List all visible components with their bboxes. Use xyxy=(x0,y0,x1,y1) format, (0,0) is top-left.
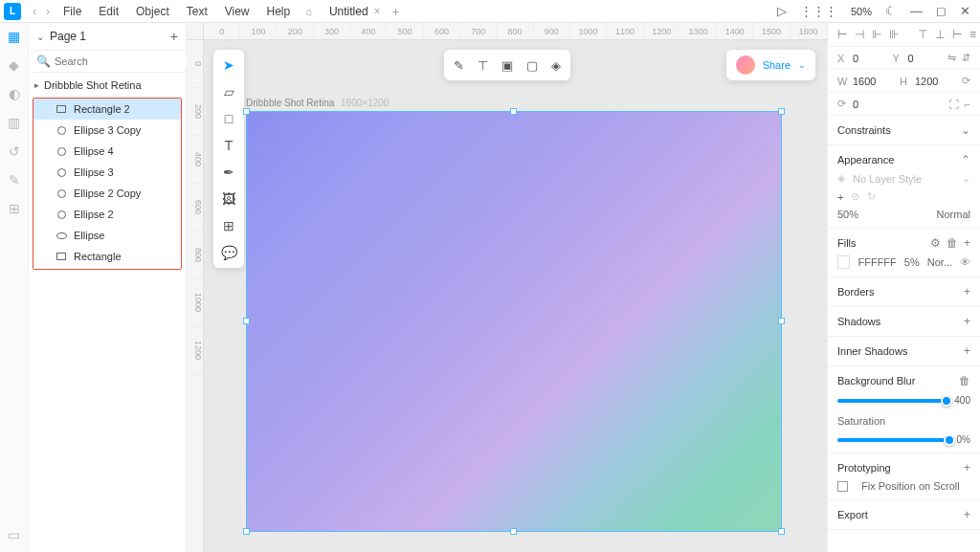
home-icon[interactable]: ⌂ xyxy=(300,6,318,17)
fill-opacity[interactable]: 5% xyxy=(904,256,920,268)
rectangle-tool-icon[interactable]: □ xyxy=(219,109,238,128)
menu-edit[interactable]: Edit xyxy=(91,3,126,20)
distribute-h-icon[interactable]: ⊪ xyxy=(889,28,899,41)
components-panel-icon[interactable]: ◆ xyxy=(7,57,22,73)
artboard[interactable] xyxy=(246,111,782,532)
blur-value[interactable]: 400 xyxy=(954,395,970,406)
blur-slider[interactable] xyxy=(837,399,947,403)
page-selector[interactable]: ⌄ Page 1 + xyxy=(29,23,186,51)
align-center-h-icon[interactable]: ⊣ xyxy=(855,28,864,41)
layer-style-value[interactable]: No Layer Style xyxy=(853,173,954,185)
menu-file[interactable]: File xyxy=(56,3,89,20)
align-center-v-icon[interactable]: ⊥ xyxy=(935,28,945,41)
add-inner-shadow-icon[interactable]: + xyxy=(964,344,970,358)
share-button[interactable]: Share ⌄ xyxy=(726,50,815,80)
align-left-icon[interactable]: ⊢ xyxy=(837,28,847,41)
add-tab-icon[interactable]: + xyxy=(392,4,400,19)
maximize-icon[interactable]: ◻ xyxy=(930,4,952,18)
document-title[interactable]: Untitled xyxy=(329,5,368,18)
layer-row-rectangle[interactable]: Rectangle xyxy=(33,246,181,267)
mask-icon[interactable]: ▢ xyxy=(526,58,538,73)
add-page-icon[interactable]: + xyxy=(170,29,178,44)
flatten-icon[interactable]: ◈ xyxy=(551,58,561,73)
fill-swatch[interactable] xyxy=(837,255,850,269)
text-tool-icon[interactable]: T xyxy=(219,136,238,155)
reset-style-icon[interactable]: ↻ xyxy=(867,190,876,203)
comment-tool-icon[interactable]: 💬 xyxy=(219,243,238,262)
edit-tool-icon[interactable]: ✎ xyxy=(454,58,464,73)
rotation-field[interactable]: ⟳0 xyxy=(837,98,887,110)
assets-panel-icon[interactable]: ▥ xyxy=(7,115,22,130)
lock-aspect-icon[interactable]: ⟳ xyxy=(962,75,970,87)
add-border-icon[interactable]: + xyxy=(964,285,970,298)
layer-row-ellipse[interactable]: Ellipse xyxy=(33,225,181,246)
resize-handle-tm[interactable] xyxy=(510,108,517,115)
close-tab-icon[interactable]: × xyxy=(374,5,381,18)
add-shadow-icon[interactable]: + xyxy=(964,315,970,328)
resize-handle-mr[interactable] xyxy=(778,318,785,324)
layer-row-ellipse-2[interactable]: Ellipse 2 xyxy=(33,204,181,225)
layer-search-input[interactable] xyxy=(55,55,187,67)
align-right-icon[interactable]: ⊩ xyxy=(872,28,881,41)
flip-v-icon[interactable]: ⇵ xyxy=(962,52,970,64)
distribute-v-icon[interactable]: ≡ xyxy=(969,28,976,41)
resize-handle-bl[interactable] xyxy=(243,528,250,535)
close-window-icon[interactable]: ✕ xyxy=(954,4,976,18)
export-section[interactable]: Export+ xyxy=(828,500,980,530)
detach-style-icon[interactable]: ⊘ xyxy=(851,190,859,203)
delete-fill-icon[interactable]: 🗑 xyxy=(947,236,958,250)
chevron-down-icon[interactable]: ⌄ xyxy=(961,123,970,137)
constraints-section[interactable]: Constraints⌄ xyxy=(828,116,980,145)
layer-group-row[interactable]: ▸ Dribbble Shot Retina xyxy=(29,75,186,96)
fix-position-checkbox[interactable] xyxy=(837,481,848,492)
saturation-value[interactable]: 0% xyxy=(957,434,970,445)
grid-icon[interactable]: ⋮⋮⋮ xyxy=(794,4,843,18)
menu-text[interactable]: Text xyxy=(179,3,215,20)
history-panel-icon[interactable]: ↺ xyxy=(7,144,22,159)
boolean-ops-icon[interactable]: ▣ xyxy=(501,58,513,73)
flip-h-icon[interactable]: ⇋ xyxy=(947,52,956,64)
resize-handle-br[interactable] xyxy=(778,528,785,535)
menu-help[interactable]: Help xyxy=(259,3,299,20)
collapse-strip-icon[interactable]: ▭ xyxy=(7,527,22,542)
borders-section[interactable]: Borders+ xyxy=(828,277,980,307)
text-edit-icon[interactable]: ⊤ xyxy=(478,58,488,73)
align-bottom-icon[interactable]: ⊢ xyxy=(952,28,962,41)
add-fill-icon[interactable]: + xyxy=(964,236,970,250)
x-field[interactable]: X0 xyxy=(837,53,887,64)
layers-panel-icon[interactable]: ▦ xyxy=(7,29,22,44)
layer-style-icon[interactable]: ◈ xyxy=(837,172,845,185)
blend-mode-value[interactable]: Normal xyxy=(937,209,970,220)
nav-forward-icon[interactable]: › xyxy=(42,5,54,18)
fill-visible-icon[interactable]: 👁 xyxy=(960,256,970,268)
layer-row-ellipse-3-copy[interactable]: Ellipse 3 Copy xyxy=(33,120,181,141)
app-logo-icon[interactable]: L xyxy=(4,3,21,20)
add-style-icon[interactable]: + xyxy=(837,191,843,203)
comments-panel-icon[interactable]: ✎ xyxy=(7,172,22,188)
layer-row-ellipse-4[interactable]: Ellipse 4 xyxy=(33,141,181,162)
play-icon[interactable]: ▷ xyxy=(771,4,792,18)
y-field[interactable]: Y0 xyxy=(893,53,943,64)
inner-shadows-section[interactable]: Inner Shadows+ xyxy=(828,337,980,366)
menu-object[interactable]: Object xyxy=(128,3,177,20)
delete-blur-icon[interactable]: 🗑 xyxy=(959,374,970,387)
opacity-value[interactable]: 50% xyxy=(837,209,858,220)
w-field[interactable]: W1600 xyxy=(837,76,894,87)
clip-icon[interactable]: ⛶ xyxy=(948,99,959,110)
add-export-icon[interactable]: + xyxy=(964,508,970,521)
image-tool-icon[interactable]: 🖼 xyxy=(219,189,238,209)
fill-options-icon[interactable]: ⚙ xyxy=(930,236,941,250)
h-field[interactable]: H1200 xyxy=(900,76,956,87)
resize-handle-bm[interactable] xyxy=(510,528,517,535)
menu-view[interactable]: View xyxy=(217,3,257,20)
group-toggle-icon[interactable]: ▸ xyxy=(34,80,44,90)
layer-style-chevron-icon[interactable]: ⌄ xyxy=(962,172,970,185)
saturation-slider[interactable] xyxy=(837,438,949,442)
artboard-tool-icon[interactable]: ▱ xyxy=(219,82,238,101)
align-top-icon[interactable]: ⊤ xyxy=(918,28,927,41)
minimize-icon[interactable]: — xyxy=(904,4,928,18)
resize-handle-ml[interactable] xyxy=(243,318,250,324)
chevron-up-icon[interactable]: ⌃ xyxy=(961,153,970,166)
layer-row-ellipse-2-copy[interactable]: Ellipse 2 Copy xyxy=(33,183,181,204)
plugins-panel-icon[interactable]: ⊞ xyxy=(7,201,22,216)
